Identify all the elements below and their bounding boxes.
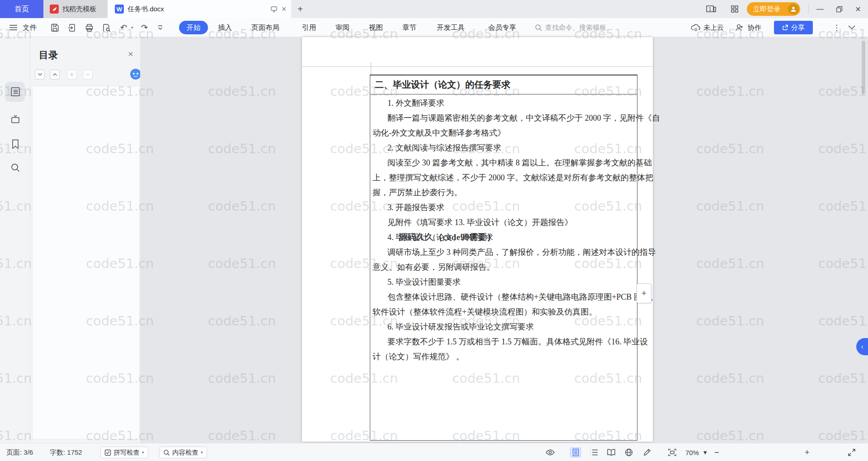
- ribbon-tab-page-layout[interactable]: 页面布局: [251, 18, 279, 37]
- tab-docer-templates[interactable]: 找稻壳模板: [43, 0, 108, 18]
- command-search-input[interactable]: 查找命令、搜索模板: [545, 18, 606, 37]
- doc-line: 动化-外文文献及中文翻译参考格式》: [370, 126, 638, 141]
- titlebar: 首页 找稻壳模板 W 任务书.docx ✕ + 1 立即登录: [0, 0, 868, 18]
- collaborate-icon[interactable]: [735, 18, 744, 37]
- search-icon: [535, 18, 542, 37]
- spellcheck-button[interactable]: 拼写检查 ▾: [100, 447, 148, 458]
- document-page[interactable]: 二、毕业设计（论文）的任务要求 1. 外文翻译要求 翻译一篇与课题紧密相关的参考…: [302, 37, 653, 442]
- zoom-in-button[interactable]: +: [805, 443, 810, 461]
- ribbon-tab-review[interactable]: 审阅: [335, 18, 349, 37]
- eye-protection-icon[interactable]: [545, 447, 556, 457]
- single-window-icon[interactable]: 1: [705, 4, 717, 14]
- login-button[interactable]: 立即登录: [747, 2, 800, 16]
- side-panel-toggle[interactable]: ‹: [856, 338, 868, 355]
- cloud-status-label[interactable]: 未上云: [703, 18, 724, 37]
- outline-toc-icon[interactable]: [9, 86, 21, 98]
- toc-expand-down-button[interactable]: [35, 70, 45, 80]
- restore-button[interactable]: [833, 4, 845, 14]
- close-tab-icon[interactable]: ✕: [281, 5, 287, 13]
- doc-line: 5. 毕业设计图量要求: [370, 275, 638, 290]
- contentcheck-button[interactable]: 内容检查 ▾: [159, 447, 207, 458]
- cloud-status-icon[interactable]: [691, 18, 701, 37]
- fit-page-icon[interactable]: [667, 447, 678, 457]
- print-preview-icon[interactable]: [102, 18, 111, 37]
- book-view-icon[interactable]: [606, 447, 617, 457]
- docer-icon: [50, 5, 59, 14]
- ribbon-tab-insert[interactable]: 插入: [218, 18, 232, 37]
- chapter-nav-icon[interactable]: [9, 113, 21, 125]
- export-pdf-icon[interactable]: [68, 18, 76, 37]
- ribbon-tab-section[interactable]: 章节: [402, 18, 416, 37]
- titlebar-divider: [808, 4, 809, 14]
- word-count[interactable]: 字数: 1752: [50, 443, 82, 461]
- toc-zoom-in-button[interactable]: +: [67, 70, 77, 80]
- outline-view-icon[interactable]: [589, 447, 599, 457]
- find-icon[interactable]: [9, 162, 21, 174]
- doc-text: 1. 外文翻译要求 翻译一篇与课题紧密相关的参考文献，中文译稿不少于 2000 …: [370, 96, 638, 364]
- ribbon-tab-home[interactable]: 开始: [179, 21, 208, 34]
- collapse-ribbon-icon[interactable]: [847, 18, 856, 37]
- table-add-button[interactable]: +: [637, 283, 651, 303]
- doc-line: 包含整体设计思路、硬件设计（整体结构+关键电路电路原理图+PCB 图）、: [370, 290, 638, 305]
- page-indicator: 页面: 3/6: [6, 443, 33, 461]
- redo-icon[interactable]: ↷: [141, 18, 148, 37]
- tab-document-label: 任务书.docx: [127, 5, 164, 14]
- avatar: [788, 4, 799, 14]
- doc-line: 见附件《填写要求 13. 毕业设计（论文）开题报告》: [370, 215, 638, 230]
- web-view-icon[interactable]: [623, 447, 634, 457]
- more-options-icon[interactable]: ⋮: [833, 18, 840, 37]
- collaborate-label[interactable]: 协作: [748, 18, 761, 37]
- share-label: 分享: [791, 24, 805, 32]
- vertical-scrollbar[interactable]: [862, 41, 865, 438]
- ribbon-tab-references[interactable]: 引用: [302, 18, 316, 37]
- doc-line: 阅读至少 30 篇参考文献，其中精读 8 篇以上。在理解掌握参考文献的基础: [370, 155, 638, 170]
- doc-line: 3. 开题报告要求: [370, 200, 638, 215]
- toc-close-icon[interactable]: ✕: [126, 50, 135, 59]
- share-button[interactable]: 分享: [774, 21, 813, 34]
- toc-zoom-out-button[interactable]: −: [83, 70, 93, 80]
- tab-home[interactable]: 首页: [0, 0, 43, 18]
- spellcheck-dropdown-icon: ▾: [142, 450, 144, 455]
- zoom-out-button[interactable]: −: [714, 443, 719, 461]
- scrollbar-thumb[interactable]: [862, 41, 865, 94]
- wps-window: 首页 找稻壳模板 W 任务书.docx ✕ + 1 立即登录: [0, 0, 868, 461]
- fullscreen-icon[interactable]: [846, 447, 857, 457]
- bookmark-icon[interactable]: [9, 138, 21, 150]
- toc-collapse-up-button[interactable]: [50, 70, 60, 80]
- close-window-button[interactable]: ✕: [852, 4, 864, 14]
- doc-table-body: 1. 外文翻译要求 翻译一篇与课题紧密相关的参考文献，中文译稿不少于 2000 …: [370, 94, 637, 441]
- main-menu-icon[interactable]: [9, 18, 18, 37]
- zoom-dropdown-icon[interactable]: ▾: [703, 443, 707, 461]
- doc-line: 2. 文献阅读与综述报告撰写要求: [370, 141, 638, 155]
- tab-docer-label: 找稻壳模板: [62, 5, 96, 14]
- doc-line: 调研市场上至少 3 种同类产品，了解报价，分析功能，阐述对本设计的指导: [370, 245, 638, 260]
- toc-content-area: [32, 86, 140, 439]
- tab-document[interactable]: W 任务书.docx ✕: [108, 0, 291, 18]
- app-grid-icon[interactable]: [729, 4, 741, 14]
- undo-dropdown-icon[interactable]: ▾: [131, 18, 133, 37]
- new-tab-button[interactable]: +: [295, 4, 306, 14]
- page-view-icon[interactable]: [570, 447, 581, 457]
- doc-line: 1. 外文翻译要求: [370, 96, 638, 111]
- doc-line: 6. 毕业设计研发报告或毕业论文撰写要求: [370, 320, 638, 334]
- print-icon[interactable]: [85, 18, 94, 37]
- toc-panel-title: 目录: [39, 49, 58, 61]
- quick-toolbar-more-icon[interactable]: [157, 18, 163, 37]
- doc-line: 握，严厉禁止抄袭行为。: [370, 185, 638, 200]
- doc-line: 软件设计（整体软件流程+关键模块流程图）和实验及仿真图。: [370, 305, 638, 320]
- toc-panel: 目录 ✕ + −: [30, 37, 140, 443]
- page-margin-line: [302, 66, 653, 67]
- dark-site-watermark: 源码久久（code99需要）: [399, 230, 496, 245]
- undo-icon[interactable]: ↶: [120, 18, 127, 37]
- ribbon-tab-member[interactable]: 会员专享: [488, 18, 516, 37]
- save-icon[interactable]: [51, 18, 59, 37]
- ribbon-tab-view[interactable]: 视图: [369, 18, 383, 37]
- edit-pen-icon[interactable]: [642, 447, 652, 457]
- monitor-icon[interactable]: [270, 5, 278, 13]
- statusbar: 页面: 3/6 字数: 1752 拼写检查 ▾ 内容检查 ▾: [0, 443, 868, 461]
- ribbon-tab-dev-tools[interactable]: 开发工具: [437, 18, 465, 37]
- minimize-button[interactable]: —: [814, 4, 826, 14]
- contentcheck-label: 内容检查: [172, 448, 198, 457]
- zoom-percent[interactable]: 70%: [685, 443, 699, 461]
- ribbon-file-menu[interactable]: 文件: [23, 18, 37, 37]
